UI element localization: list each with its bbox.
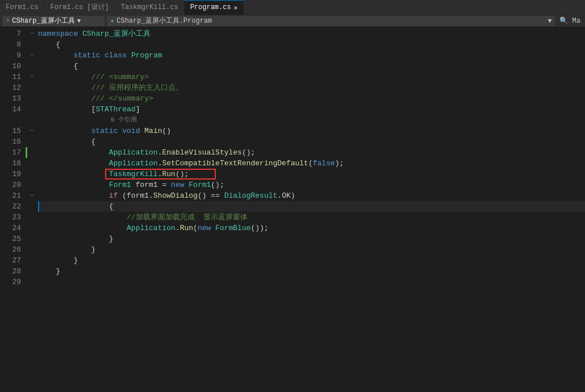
gutter-7[interactable]: −	[26, 28, 38, 39]
ln-22: 22	[0, 201, 21, 212]
ln-26: 26	[0, 244, 21, 255]
ln-25: 25	[0, 233, 21, 244]
code-content[interactable]: namespace CSharp_蓝屏小工具 { static class Pr…	[38, 27, 585, 392]
nav-project-dropdown-icon[interactable]: ▼	[77, 18, 81, 24]
kw-namespace: namespace	[38, 28, 78, 39]
ln-7: 7	[0, 28, 21, 39]
gutter-14	[26, 104, 38, 115]
nav-member-icon: ✦	[110, 16, 114, 25]
code-line-9: static class Program	[38, 50, 585, 61]
gutter-17	[26, 147, 38, 158]
code-line-12: /// 应用程序的主入口点。	[38, 82, 585, 93]
code-line-refs: 0 个引用	[38, 115, 585, 126]
current-line-indicator	[38, 201, 39, 212]
gutter-18	[26, 158, 38, 169]
code-line-20: Form1 form1 = new Form1();	[38, 180, 585, 190]
ln-11: 11	[0, 72, 21, 82]
ln-8: 8	[0, 39, 21, 50]
gutter-19	[26, 169, 38, 180]
collapse-21-icon[interactable]: −	[30, 190, 34, 201]
code-line-16: {	[38, 136, 585, 147]
ln-17: 17	[0, 147, 21, 158]
nav-search-icon[interactable]: 🔍 Ma	[559, 16, 580, 25]
gutter-area: − − − − −	[26, 27, 38, 392]
tab-taskmgrkill-label: TaskmgrKill.cs	[121, 3, 178, 11]
gutter-26	[26, 244, 38, 255]
collapse-11-icon[interactable]: −	[30, 72, 34, 82]
ln-29: 29	[0, 277, 21, 287]
ln-21: 21	[0, 190, 21, 201]
ln-12: 12	[0, 82, 21, 93]
code-line-25: }	[38, 233, 585, 244]
code-line-11: /// <summary>	[38, 72, 585, 82]
gutter-ref0	[26, 115, 38, 126]
gutter-27	[26, 255, 38, 266]
ln-9: 9	[0, 50, 21, 61]
code-line-26: }	[38, 244, 585, 255]
ln-ref0	[0, 115, 21, 126]
code-line-24: Application.Run(new FormBlue());	[38, 223, 585, 233]
collapse-7-icon[interactable]: −	[30, 28, 34, 39]
gutter-9[interactable]: −	[26, 50, 38, 61]
ln-27: 27	[0, 255, 21, 266]
collapse-15-icon[interactable]: −	[30, 126, 34, 136]
code-line-18: Application.SetCompatibleTextRenderingDe…	[38, 158, 585, 169]
nav-project-label: CSharp_蓝屏小工具	[12, 16, 74, 26]
collapse-9-icon[interactable]: −	[30, 50, 34, 61]
gutter-21[interactable]: −	[26, 190, 38, 201]
nav-member-label: CSharp_蓝屏小工具.Program	[116, 16, 212, 26]
gutter-13	[26, 93, 38, 104]
nav-project-selector[interactable]: ⚡ CSharp_蓝屏小工具 ▼	[2, 16, 105, 26]
gutter-12	[26, 82, 38, 93]
ns-name: CSharp_蓝屏小工具	[82, 28, 151, 39]
close-icon[interactable]: ✕	[234, 4, 238, 11]
code-line-17: Application.EnableVisualStyles();	[38, 147, 585, 158]
ln-16: 16	[0, 136, 21, 147]
ln-15: 15	[0, 126, 21, 136]
tab-form1cs-design-label: Form1.cs [设计]	[51, 2, 109, 12]
gutter-20	[26, 180, 38, 190]
ln-24: 24	[0, 223, 21, 233]
gutter-11[interactable]: −	[26, 72, 38, 82]
code-line-7: namespace CSharp_蓝屏小工具	[38, 28, 585, 39]
tab-programcs-label: Program.cs	[190, 3, 231, 11]
ln-19: 19	[0, 169, 21, 180]
tab-programcs[interactable]: Program.cs ✕	[185, 0, 244, 15]
code-line-29	[38, 277, 585, 287]
gutter-22	[26, 201, 38, 212]
tab-form1cs[interactable]: Form1.cs	[0, 0, 45, 15]
ln-20: 20	[0, 180, 21, 190]
code-line-19: TaskmgrKill.Run();	[38, 169, 585, 180]
nav-member-selector[interactable]: ✦ CSharp_蓝屏小工具.Program ▼	[107, 16, 555, 26]
code-line-23: //加载界面加载完成 显示蓝屏窗体	[38, 212, 585, 223]
code-area: 7 8 9 10 11 12 13 14 15 16 17 18 19 20 2…	[0, 27, 585, 392]
gutter-29	[26, 277, 38, 287]
gutter-10	[26, 61, 38, 72]
ln-14: 14	[0, 104, 21, 115]
tab-bar: Form1.cs Form1.cs [设计] TaskmgrKill.cs Pr…	[0, 0, 585, 15]
code-line-22: {	[38, 201, 585, 212]
tab-taskmgrkill[interactable]: TaskmgrKill.cs	[115, 0, 185, 15]
nav-bar: ⚡ CSharp_蓝屏小工具 ▼ ✦ CSharp_蓝屏小工具.Program …	[0, 15, 585, 27]
gutter-16	[26, 136, 38, 147]
ln-13: 13	[0, 93, 21, 104]
nav-project-icon: ⚡	[6, 16, 10, 25]
code-line-21: if (form1.ShowDialog() == DialogResult.O…	[38, 190, 585, 201]
code-line-13: /// </summary>	[38, 93, 585, 104]
tab-form1cs-label: Form1.cs	[6, 3, 39, 11]
code-line-15: static void Main()	[38, 126, 585, 136]
line-numbers: 7 8 9 10 11 12 13 14 15 16 17 18 19 20 2…	[0, 27, 26, 392]
code-line-27: }	[38, 255, 585, 266]
ln-23: 23	[0, 212, 21, 223]
ln-18: 18	[0, 158, 21, 169]
code-line-8: {	[38, 39, 585, 50]
gutter-15[interactable]: −	[26, 126, 38, 136]
tab-form1cs-design[interactable]: Form1.cs [设计]	[45, 0, 115, 15]
ln-10: 10	[0, 61, 21, 72]
gutter-24	[26, 223, 38, 233]
code-line-10: {	[38, 61, 585, 72]
gutter-23	[26, 212, 38, 223]
nav-member-dropdown-icon[interactable]: ▼	[548, 18, 552, 24]
gutter-8	[26, 39, 38, 50]
ln-28: 28	[0, 266, 21, 277]
